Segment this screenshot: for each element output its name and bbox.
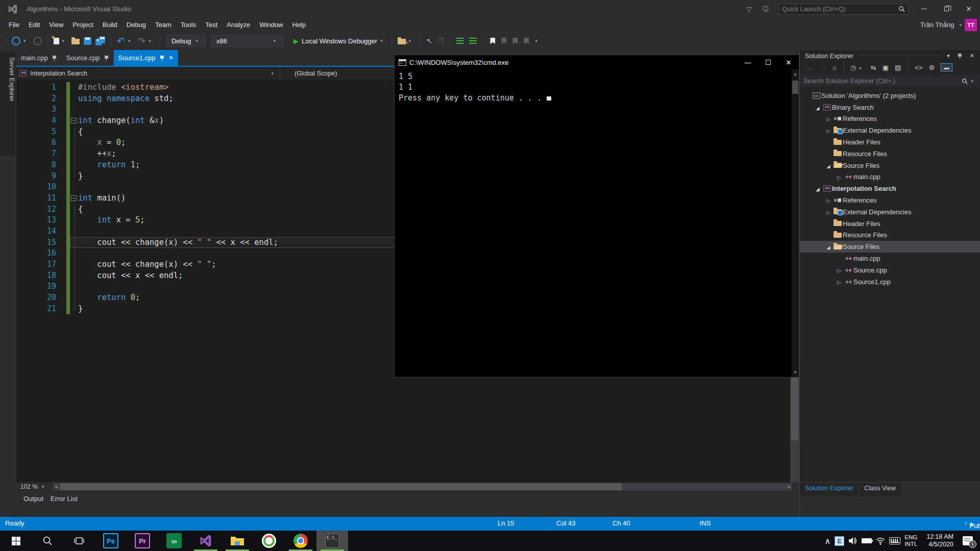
collapsed-arrow-icon[interactable]: ▷ bbox=[835, 278, 843, 286]
collapsed-arrow-icon[interactable]: ▷ bbox=[824, 208, 832, 216]
drag-handle[interactable]: ⁘⁘⁘⁘⁘⁘⁘⁘⁘⁘⁘⁘⁘⁘⁘⁘⁘⁘⁘⁘⁘⁘⁘⁘ bbox=[857, 54, 943, 58]
home-icon[interactable]: ⌂ bbox=[832, 64, 837, 71]
tree-item-resource-files[interactable]: Resource Files bbox=[800, 148, 980, 160]
menu-view[interactable]: View bbox=[44, 19, 68, 31]
save-button[interactable] bbox=[84, 37, 91, 45]
open-file-button[interactable] bbox=[71, 37, 80, 44]
touch-keyboard-icon[interactable] bbox=[889, 537, 900, 544]
start-debugging-button[interactable]: ▶Local Windows Debugger▾ bbox=[288, 37, 386, 45]
status-column[interactable]: Col 43 bbox=[556, 519, 576, 527]
pending-changes-filter-icon[interactable]: ◷▾ bbox=[850, 64, 865, 71]
collapsed-arrow-icon[interactable]: ▷ bbox=[824, 196, 832, 204]
toggle-bookmark-icon[interactable] bbox=[490, 38, 495, 44]
tree-item-interpolation-search[interactable]: ◢++Interpolation Search bbox=[800, 183, 980, 194]
toolbar-overflow-caret[interactable]: ▾ bbox=[535, 38, 537, 43]
next-bookmark-icon[interactable] bbox=[512, 38, 518, 44]
menu-analyze[interactable]: Analyze bbox=[222, 19, 255, 31]
menu-help[interactable]: Help bbox=[288, 19, 311, 31]
cmd-scrollbar[interactable]: ▲ ▼ bbox=[792, 69, 799, 377]
find-in-files-button[interactable]: ▾ bbox=[398, 37, 414, 44]
cmd-title-bar[interactable]: C:\WINDOWS\system32\cmd.exe — ☐ ✕ bbox=[395, 55, 799, 69]
pin-icon[interactable] bbox=[52, 55, 57, 61]
scroll-left-arrow[interactable]: ◂ bbox=[55, 483, 57, 490]
navigate-backward-button[interactable]: ←▾ bbox=[12, 37, 29, 45]
tree-item-header-files[interactable]: Header Files bbox=[800, 136, 980, 148]
tree-item-source-files[interactable]: ◢Source Files bbox=[800, 160, 980, 171]
user-avatar[interactable]: TT bbox=[965, 19, 977, 31]
pin-icon[interactable] bbox=[159, 55, 165, 61]
taskbar-start-button[interactable] bbox=[0, 531, 32, 551]
panel-tab-solution-explorer[interactable]: Solution Explorer bbox=[800, 483, 859, 496]
editor-zoom-select[interactable]: 102 %▾ bbox=[16, 483, 53, 490]
fold-collapse-icon[interactable]: − bbox=[71, 195, 77, 201]
pin-icon[interactable] bbox=[957, 53, 963, 59]
status-character[interactable]: Ch 40 bbox=[612, 519, 630, 527]
publish-button[interactable]: ↑ Publish ▴ bbox=[964, 519, 973, 527]
solution-configuration-combo[interactable]: Debug▾ bbox=[167, 35, 206, 47]
tree-item-source1-cpp[interactable]: ▷++Source1.cpp bbox=[800, 276, 980, 288]
filter-icon[interactable]: ▽ bbox=[746, 5, 752, 13]
menu-team[interactable]: Team bbox=[151, 19, 176, 31]
clear-bookmarks-icon[interactable] bbox=[524, 38, 529, 44]
back-icon[interactable]: ← bbox=[807, 64, 814, 71]
tree-item-references[interactable]: ▷References bbox=[800, 113, 980, 125]
tree-item-solution-algorithms-2-projects-[interactable]: ∞Solution 'Algorithms' (2 projects) bbox=[800, 90, 980, 102]
close-tab-icon[interactable]: ✕ bbox=[169, 55, 174, 61]
user-name[interactable]: Trần Thắng bbox=[920, 21, 954, 29]
taskbar-file-explorer-button[interactable] bbox=[222, 531, 253, 551]
redo-button[interactable]: ↷▾ bbox=[138, 36, 154, 46]
taskbar-search-button[interactable] bbox=[32, 531, 63, 551]
menu-debug[interactable]: Debug bbox=[122, 19, 151, 31]
switch-views-icon[interactable]: ⇆ bbox=[871, 64, 876, 71]
user-dropdown-caret[interactable]: ▾ bbox=[959, 22, 962, 28]
menu-edit[interactable]: Edit bbox=[24, 19, 44, 31]
search-options-caret[interactable]: ▾ bbox=[971, 79, 973, 84]
copy-item-icon[interactable]: ❐ bbox=[437, 37, 444, 45]
tree-item-source-cpp[interactable]: ▷++Source.cpp bbox=[800, 264, 980, 276]
menu-tools[interactable]: Tools bbox=[176, 19, 201, 31]
solution-platform-combo[interactable]: x86▾ bbox=[212, 35, 283, 47]
tree-item-source-files[interactable]: ◢Source Files bbox=[800, 241, 980, 253]
scroll-up-arrow[interactable]: ▲ bbox=[792, 71, 799, 77]
new-file-button[interactable]: ▾ bbox=[54, 38, 68, 44]
taskbar-coccoc-button[interactable] bbox=[253, 531, 285, 551]
tree-item-references[interactable]: ▷References bbox=[800, 194, 980, 206]
action-center-icon[interactable]: 1 bbox=[963, 536, 973, 545]
quick-launch-input[interactable]: Quick Launch (Ctrl+Q) bbox=[778, 4, 909, 15]
menu-file[interactable]: File bbox=[4, 19, 24, 31]
taskbar-cmd-button[interactable]: C:\_ bbox=[316, 531, 348, 551]
status-insert-mode[interactable]: INS bbox=[700, 519, 711, 527]
expanded-arrow-icon[interactable]: ◢ bbox=[824, 162, 832, 169]
battery-icon[interactable] bbox=[862, 538, 872, 543]
scrollbar-thumb[interactable] bbox=[60, 483, 622, 490]
tree-item-resource-files[interactable]: Resource Files bbox=[800, 230, 980, 241]
close-button[interactable]: ✕ bbox=[958, 2, 980, 16]
taskbar-premiere-button[interactable]: Pr bbox=[127, 531, 158, 551]
minimize-button[interactable] bbox=[913, 2, 935, 16]
document-tab-source.cpp[interactable]: Source.cpp bbox=[62, 50, 114, 66]
taskbar-arduino-button[interactable]: ∞ bbox=[158, 531, 190, 551]
language-indicator[interactable]: ENG INTL bbox=[904, 534, 917, 547]
scrollbar-thumb[interactable] bbox=[792, 81, 798, 94]
input-method-icon[interactable]: E bbox=[835, 536, 844, 546]
editor-horizontal-scrollbar[interactable]: ◂ ▸ bbox=[53, 483, 792, 490]
menu-project[interactable]: Project bbox=[68, 19, 97, 31]
tree-item-binary-search[interactable]: ◢++Binary Search bbox=[800, 102, 980, 113]
decrease-indent-icon[interactable] bbox=[456, 38, 464, 44]
taskbar-visual-studio-button[interactable] bbox=[190, 531, 222, 551]
collapsed-arrow-icon[interactable]: ▷ bbox=[835, 173, 843, 181]
document-tab-source1.cpp[interactable]: Source1.cpp✕ bbox=[114, 50, 178, 66]
tree-item-external-dependencies[interactable]: ▷External Dependencies bbox=[800, 206, 980, 218]
project-dropdown[interactable]: ++ Interpolation Search ▾ bbox=[16, 67, 280, 80]
menu-test[interactable]: Test bbox=[201, 19, 222, 31]
feedback-icon[interactable]: 🗨︎ bbox=[762, 5, 769, 13]
undo-button[interactable]: ↶▾ bbox=[117, 36, 133, 46]
status-line[interactable]: Ln 15 bbox=[498, 519, 514, 527]
speaker-icon[interactable] bbox=[848, 537, 857, 545]
expanded-arrow-icon[interactable]: ◢ bbox=[814, 185, 822, 192]
menu-window[interactable]: Window bbox=[255, 19, 287, 31]
fold-collapse-icon[interactable]: − bbox=[71, 118, 77, 123]
save-all-button[interactable] bbox=[95, 37, 105, 45]
collapsed-arrow-icon[interactable]: ▷ bbox=[835, 266, 843, 274]
panel-tab-class-view[interactable]: Class View bbox=[859, 483, 901, 496]
